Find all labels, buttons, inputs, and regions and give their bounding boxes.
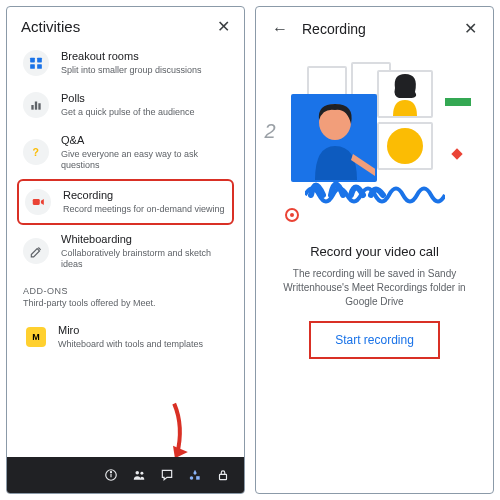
activity-title: Polls xyxy=(61,92,195,105)
activity-breakout-rooms[interactable]: Breakout rooms Split into smaller group … xyxy=(17,42,234,84)
addon-desc: Whiteboard with tools and templates xyxy=(58,339,203,350)
addons-subtitle: Third-party tools offered by Meet. xyxy=(7,296,244,314)
activity-recording[interactable]: Recording Record meetings for on-demand … xyxy=(17,179,234,225)
svg-rect-3 xyxy=(37,64,42,69)
record-dot-icon xyxy=(285,208,299,222)
activities-panel: Activities ✕ Breakout rooms Split into s… xyxy=(6,6,245,494)
squiggle-icon: 2 xyxy=(265,120,276,143)
activities-header: Activities ✕ xyxy=(7,7,244,40)
addon-title: Miro xyxy=(58,324,203,337)
activity-desc: Split into smaller group discussions xyxy=(61,65,202,76)
svg-point-12 xyxy=(136,471,140,475)
miro-icon: M xyxy=(26,327,46,347)
lock-icon[interactable] xyxy=(216,468,230,482)
recording-title: Recording xyxy=(302,21,450,37)
recording-icon xyxy=(25,189,51,215)
svg-rect-2 xyxy=(30,64,35,69)
close-icon[interactable]: ✕ xyxy=(217,17,230,36)
svg-text:?: ? xyxy=(33,146,39,158)
activity-whiteboarding[interactable]: Whiteboarding Collaboratively brainstorm… xyxy=(17,225,234,278)
recording-header: ← Recording ✕ xyxy=(256,7,493,50)
waveform-icon xyxy=(305,180,445,210)
bottom-toolbar xyxy=(7,457,244,493)
annotation-highlight: Start recording xyxy=(309,321,440,359)
activities-title: Activities xyxy=(21,18,80,35)
svg-rect-6 xyxy=(38,103,40,109)
activity-title: Recording xyxy=(63,189,225,202)
activity-polls[interactable]: Polls Get a quick pulse of the audience xyxy=(17,84,234,126)
svg-rect-1 xyxy=(37,58,42,63)
svg-rect-5 xyxy=(35,102,37,110)
info-icon[interactable] xyxy=(104,468,118,482)
chat-icon[interactable] xyxy=(160,468,174,482)
activity-desc: Get a quick pulse of the audience xyxy=(61,107,195,118)
svg-rect-4 xyxy=(31,105,33,110)
polls-icon xyxy=(23,92,49,118)
breakout-icon xyxy=(23,50,49,76)
qa-icon: ? xyxy=(23,139,49,165)
svg-rect-0 xyxy=(30,58,35,63)
addon-miro[interactable]: M Miro Whiteboard with tools and templat… xyxy=(17,316,234,358)
recording-panel: ← Recording ✕ 2 xyxy=(255,6,494,494)
activity-title: Whiteboarding xyxy=(61,233,228,246)
svg-point-14 xyxy=(190,476,194,480)
svg-point-11 xyxy=(110,472,111,473)
close-icon[interactable]: ✕ xyxy=(464,19,477,38)
activity-title: Q&A xyxy=(61,134,228,147)
addons-header: ADD-ONS xyxy=(7,278,244,296)
activities-list: Breakout rooms Split into smaller group … xyxy=(7,40,244,278)
back-icon[interactable]: ← xyxy=(272,20,288,38)
svg-point-13 xyxy=(140,472,143,475)
svg-rect-8 xyxy=(33,199,40,205)
svg-rect-16 xyxy=(220,474,227,479)
activity-qa[interactable]: ? Q&A Give everyone an easy way to ask q… xyxy=(17,126,234,179)
activity-desc: Record meetings for on-demand viewing xyxy=(63,204,225,215)
activity-desc: Collaboratively brainstorm and sketch id… xyxy=(61,248,228,270)
activities-icon[interactable] xyxy=(188,468,202,482)
people-icon[interactable] xyxy=(132,468,146,482)
svg-rect-15 xyxy=(196,476,200,480)
activity-desc: Give everyone an easy way to ask questio… xyxy=(61,149,228,171)
recording-description: The recording will be saved in Sandy Wri… xyxy=(256,263,493,321)
whiteboard-icon xyxy=(23,238,49,264)
recording-illustration: 2 xyxy=(256,50,493,240)
activity-title: Breakout rooms xyxy=(61,50,202,63)
start-recording-button[interactable]: Start recording xyxy=(329,329,420,351)
recording-heading: Record your video call xyxy=(256,240,493,263)
